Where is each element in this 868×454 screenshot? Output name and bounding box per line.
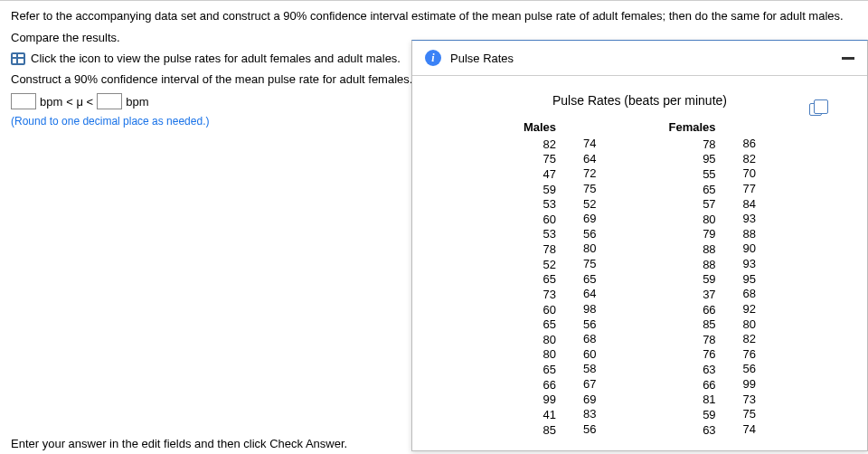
data-cell: 98 bbox=[583, 302, 596, 317]
data-cell: 77 bbox=[743, 182, 756, 197]
data-cell: 78 bbox=[543, 242, 556, 258]
data-cell: 59 bbox=[543, 183, 556, 198]
data-cell: 74 bbox=[743, 422, 756, 438]
data-cell: 88 bbox=[703, 258, 715, 273]
females-header: Females bbox=[669, 120, 716, 136]
data-cell: 60 bbox=[543, 213, 556, 228]
ci-lower-input[interactable] bbox=[11, 93, 36, 109]
bpm-label-1: bpm bbox=[40, 95, 62, 109]
data-cell: 65 bbox=[543, 272, 556, 288]
data-table: Males 8275475953605378526573606580806566… bbox=[451, 120, 828, 438]
copy-icon[interactable] bbox=[809, 103, 822, 116]
data-cell: 79 bbox=[703, 227, 715, 242]
females-col-2: 8682707784938890939568928082765699737574 bbox=[743, 137, 756, 438]
data-cell: 85 bbox=[543, 423, 556, 439]
pulse-rates-modal: i Pulse Rates Pulse Rates (beats per min… bbox=[411, 40, 868, 451]
data-cell: 78 bbox=[703, 137, 715, 153]
data-cell: 63 bbox=[703, 363, 715, 378]
data-cell: 68 bbox=[583, 332, 596, 347]
bpm-label-2: bpm bbox=[126, 95, 148, 109]
data-cell: 75 bbox=[543, 152, 556, 167]
data-cell: 60 bbox=[583, 347, 596, 363]
data-cell: 93 bbox=[743, 257, 756, 272]
data-cell: 73 bbox=[743, 393, 756, 408]
data-cell: 99 bbox=[543, 393, 556, 408]
data-cell: 95 bbox=[743, 272, 756, 288]
data-cell: 37 bbox=[703, 288, 715, 303]
data-cell: 81 bbox=[703, 393, 715, 408]
data-cell: 59 bbox=[703, 408, 715, 423]
data-cell: 80 bbox=[703, 213, 715, 228]
data-cell: 68 bbox=[743, 287, 756, 302]
data-cell: 59 bbox=[703, 272, 715, 288]
data-cell: 64 bbox=[583, 287, 596, 302]
data-cell: 66 bbox=[543, 378, 556, 393]
data-cell: 82 bbox=[743, 332, 756, 347]
modal-body: Pulse Rates (beats per minute) Males 827… bbox=[412, 76, 867, 450]
data-cell: 67 bbox=[583, 377, 596, 393]
data-cell: 65 bbox=[543, 317, 556, 333]
modal-header: i Pulse Rates bbox=[412, 41, 867, 76]
data-cell: 56 bbox=[583, 422, 596, 438]
data-cell: 64 bbox=[583, 152, 596, 167]
data-cell: 80 bbox=[583, 241, 596, 257]
data-cell: 85 bbox=[703, 317, 715, 333]
males-col-1: Males 8275475953605378526573606580806566… bbox=[524, 120, 556, 438]
data-cell: 99 bbox=[743, 377, 756, 393]
data-cell: 57 bbox=[703, 197, 715, 213]
data-cell: 83 bbox=[583, 407, 596, 422]
minimize-icon[interactable] bbox=[842, 57, 854, 60]
data-cell: 60 bbox=[543, 303, 556, 318]
data-cell: 84 bbox=[743, 197, 756, 213]
males-col-2: 7464727552695680756564985668605867698356 bbox=[583, 137, 596, 438]
question-line1: Refer to the accompanying data set and c… bbox=[11, 8, 857, 24]
data-cell: 53 bbox=[543, 197, 556, 213]
data-cell: 56 bbox=[743, 362, 756, 377]
data-cell: 86 bbox=[743, 137, 756, 152]
data-cell: 76 bbox=[743, 347, 756, 363]
data-cell: 65 bbox=[543, 363, 556, 378]
data-cell: 41 bbox=[543, 408, 556, 423]
data-cell: 80 bbox=[743, 317, 756, 333]
data-cell: 66 bbox=[703, 378, 715, 393]
males-header: Males bbox=[524, 120, 556, 136]
table-icon[interactable] bbox=[11, 52, 25, 65]
data-cell: 70 bbox=[743, 166, 756, 182]
data-cell: 88 bbox=[703, 242, 715, 258]
data-cell: 52 bbox=[583, 197, 596, 213]
data-cell: 58 bbox=[583, 362, 596, 377]
data-cell: 75 bbox=[583, 257, 596, 272]
data-cell: 65 bbox=[703, 183, 715, 198]
data-cell: 56 bbox=[583, 317, 596, 333]
data-cell: 80 bbox=[543, 333, 556, 348]
data-cell: 72 bbox=[583, 166, 596, 182]
sheet-title: Pulse Rates (beats per minute) bbox=[451, 93, 828, 108]
modal-title: Pulse Rates bbox=[450, 52, 514, 65]
data-cell: 56 bbox=[583, 227, 596, 242]
data-cell: 69 bbox=[583, 212, 596, 227]
data-cell: 92 bbox=[743, 302, 756, 317]
data-cell: 47 bbox=[543, 167, 556, 183]
data-cell: 93 bbox=[743, 212, 756, 227]
data-cell: 95 bbox=[703, 152, 715, 167]
info-icon: i bbox=[425, 50, 441, 66]
data-cell: 73 bbox=[543, 288, 556, 303]
data-cell: 74 bbox=[583, 137, 596, 152]
data-cell: 75 bbox=[743, 407, 756, 422]
females-col-1: Females 78955565578079888859376685787663… bbox=[669, 120, 716, 438]
data-cell: 80 bbox=[543, 347, 556, 363]
view-data-link[interactable]: Click the icon to view the pulse rates f… bbox=[31, 52, 401, 65]
data-cell: 69 bbox=[583, 393, 596, 408]
data-cell: 65 bbox=[583, 272, 596, 288]
data-cell: 88 bbox=[743, 227, 756, 242]
data-cell: 52 bbox=[543, 258, 556, 273]
data-cell: 78 bbox=[703, 333, 715, 348]
data-cell: 63 bbox=[703, 423, 715, 439]
mu-symbol: < μ < bbox=[66, 95, 93, 109]
data-cell: 76 bbox=[703, 347, 715, 363]
data-cell: 82 bbox=[743, 152, 756, 167]
data-cell: 90 bbox=[743, 241, 756, 257]
ci-upper-input[interactable] bbox=[97, 93, 122, 109]
data-cell: 82 bbox=[543, 137, 556, 153]
footer-instruction: Enter your answer in the edit fields and… bbox=[11, 437, 347, 450]
